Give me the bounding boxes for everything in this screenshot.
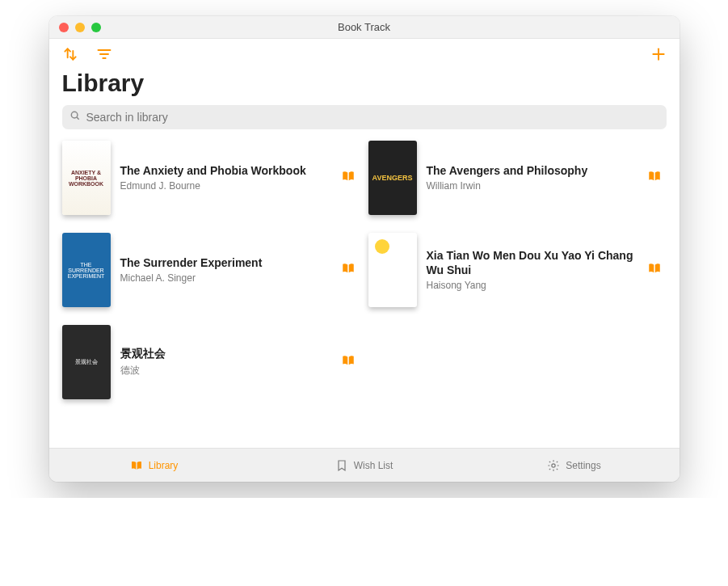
zoom-window-button[interactable]: [91, 23, 101, 32]
search-input[interactable]: [62, 105, 667, 129]
book-item[interactable]: ANXIETY & PHOBIA WORKBOOKThe Anxiety and…: [62, 141, 360, 215]
book-title: 景观社会: [120, 347, 331, 361]
svg-point-5: [71, 112, 78, 118]
book-author: Edmund J. Bourne: [120, 180, 331, 192]
tab-settings[interactable]: Settings: [469, 449, 680, 482]
book-meta: The Surrender ExperimentMichael A. Singe…: [120, 256, 331, 285]
bookmark-icon: [335, 459, 348, 472]
toolbar: [49, 39, 680, 70]
add-button[interactable]: [649, 44, 668, 64]
book-author: William Irwin: [427, 180, 638, 192]
close-window-button[interactable]: [59, 23, 69, 32]
book-author: 德波: [120, 364, 331, 377]
book-item[interactable]: THE SURRENDER EXPERIMENTThe Surrender Ex…: [62, 233, 360, 307]
reading-status-icon[interactable]: [341, 261, 356, 279]
reading-status-icon[interactable]: [341, 169, 356, 187]
tab-label: Wish List: [354, 460, 393, 471]
reading-status-icon[interactable]: [647, 261, 662, 279]
book-meta: The Anxiety and Phobia WorkbookEdmund J.…: [120, 164, 331, 192]
book-title: The Avengers and Philosophy: [427, 164, 638, 179]
book-title: The Surrender Experiment: [120, 256, 331, 271]
filter-button[interactable]: [95, 44, 114, 64]
book-meta: The Avengers and PhilosophyWilliam Irwin: [427, 164, 638, 192]
search-icon: [69, 110, 81, 124]
book-item[interactable]: 景观社会景观社会德波: [62, 325, 360, 399]
book-author: Michael A. Singer: [120, 272, 331, 284]
book-item[interactable]: AVENGERSThe Avengers and PhilosophyWilli…: [368, 141, 667, 215]
sort-button[interactable]: [61, 44, 80, 64]
gear-icon: [547, 459, 560, 472]
tab-label: Library: [149, 460, 179, 471]
book-cover: ANXIETY & PHOBIA WORKBOOK: [62, 141, 111, 215]
book-title: The Anxiety and Phobia Workbook: [120, 164, 331, 179]
bottom-tabs: Library Wish List Settings: [49, 448, 680, 482]
reading-status-icon[interactable]: [647, 169, 662, 187]
book-author: Haisong Yang: [427, 280, 638, 291]
svg-line-6: [76, 117, 78, 120]
titlebar: Book Track: [49, 16, 680, 39]
book-item[interactable]: Xia Tian Wo Men Dou Xu Yao Yi Chang Wu S…: [368, 233, 667, 307]
window-title: Book Track: [49, 21, 680, 33]
tab-label: Settings: [566, 460, 600, 471]
tab-library[interactable]: Library: [49, 449, 259, 482]
plus-icon: [650, 46, 667, 62]
svg-point-7: [552, 463, 555, 466]
book-cover: [368, 233, 417, 307]
reading-status-icon[interactable]: [341, 353, 356, 371]
book-meta: Xia Tian Wo Men Dou Xu Yao Yi Chang Wu S…: [427, 249, 638, 291]
book-cover: 景观社会: [62, 325, 111, 399]
book-open-icon: [130, 459, 143, 472]
book-grid: ANXIETY & PHOBIA WORKBOOKThe Anxiety and…: [49, 141, 680, 448]
book-title: Xia Tian Wo Men Dou Xu Yao Yi Chang Wu S…: [427, 249, 638, 277]
book-meta: 景观社会德波: [120, 347, 331, 377]
book-cover: THE SURRENDER EXPERIMENT: [62, 233, 111, 307]
app-window: Book Track Library ANXIETY & PHOBIA WORK…: [49, 16, 680, 482]
book-cover: AVENGERS: [368, 141, 417, 215]
minimize-window-button[interactable]: [75, 23, 85, 32]
window-controls: [49, 23, 101, 32]
filter-lines-icon: [96, 46, 112, 62]
sort-arrows-icon: [62, 46, 78, 62]
page-title: Library: [49, 70, 680, 105]
tab-wishlist[interactable]: Wish List: [259, 449, 469, 482]
search-wrap: [49, 105, 680, 141]
